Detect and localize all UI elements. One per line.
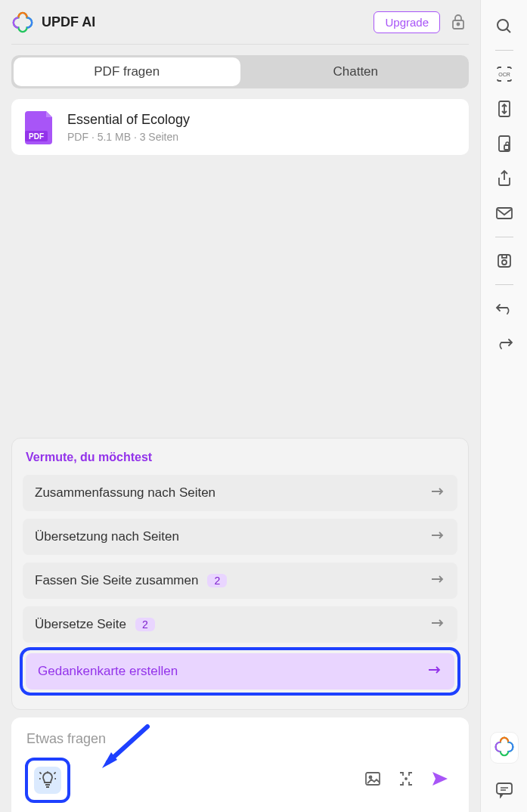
- suggestions-title: Vermute, du möchtest: [23, 451, 457, 464]
- app-title: UPDF AI: [42, 14, 366, 30]
- suggestions-panel: Vermute, du möchtest Zusammenfassung nac…: [11, 438, 469, 710]
- arrow-right-icon: [427, 664, 442, 679]
- svg-rect-16: [497, 783, 512, 794]
- mail-icon[interactable]: [490, 199, 519, 228]
- suggestion-item-mindmap[interactable]: Gedankenkarte erstellen: [26, 653, 454, 690]
- search-icon[interactable]: [490, 12, 519, 41]
- arrow-right-icon: [430, 485, 445, 501]
- svg-point-7: [498, 20, 508, 30]
- suggestion-label: Übersetze Seite: [35, 617, 126, 632]
- suggestion-label: Übersetzung nach Seiten: [35, 529, 179, 544]
- svg-point-1: [457, 23, 460, 26]
- ideas-button[interactable]: [34, 767, 61, 794]
- svg-point-6: [405, 778, 407, 779]
- suggestion-label: Fassen Sie Seite zusammen: [35, 573, 198, 588]
- input-area: Etwas fragen: [11, 717, 469, 812]
- arrow-right-icon: [430, 617, 445, 632]
- ocr-icon[interactable]: OCR: [490, 60, 519, 88]
- tab-chatten[interactable]: Chatten: [243, 55, 470, 88]
- convert-icon[interactable]: [490, 95, 519, 123]
- send-button[interactable]: [431, 770, 449, 790]
- redo-icon[interactable]: [490, 329, 519, 358]
- undo-icon[interactable]: [490, 294, 519, 323]
- crop-icon[interactable]: [398, 770, 414, 790]
- svg-point-5: [370, 776, 372, 779]
- annotation-highlight-box: [25, 758, 70, 803]
- suggestion-label: Gedankenkarte erstellen: [38, 664, 178, 679]
- svg-point-14: [502, 260, 507, 265]
- arrow-right-icon: [430, 529, 445, 544]
- suggestion-item-translate-page[interactable]: Übersetze Seite 2: [23, 606, 457, 643]
- share-icon[interactable]: [490, 164, 519, 193]
- lock-icon[interactable]: [448, 11, 469, 33]
- save-icon[interactable]: [490, 246, 519, 275]
- page-badge: 2: [207, 574, 227, 587]
- svg-text:PDF: PDF: [29, 132, 44, 141]
- svg-rect-11: [504, 145, 509, 150]
- image-icon[interactable]: [364, 771, 381, 789]
- suggestion-item-summarize-page[interactable]: Fassen Sie Seite zusammen 2: [23, 563, 457, 599]
- svg-text:OCR: OCR: [498, 72, 510, 77]
- tab-pdf-fragen[interactable]: PDF fragen: [14, 57, 240, 86]
- chat-icon[interactable]: [490, 776, 519, 804]
- annotation-highlight-box: Gedankenkarte erstellen: [20, 647, 460, 696]
- page-badge: 2: [135, 618, 155, 631]
- svg-rect-12: [497, 208, 512, 218]
- side-toolbar: OCR: [480, 0, 527, 812]
- updf-logo-icon: [11, 11, 34, 33]
- chat-input[interactable]: Etwas fragen: [26, 725, 454, 758]
- mode-tabs: PDF fragen Chatten: [11, 55, 469, 88]
- svg-rect-15: [502, 255, 507, 258]
- file-card[interactable]: PDF Essential of Ecology PDF · 5.1 MB · …: [11, 99, 469, 155]
- protect-icon[interactable]: [490, 129, 519, 158]
- pdf-file-icon: PDF: [25, 110, 55, 144]
- suggestion-item-translate-pages[interactable]: Übersetzung nach Seiten: [23, 519, 457, 555]
- upgrade-button[interactable]: Upgrade: [374, 11, 440, 33]
- file-name: Essential of Ecology: [67, 112, 455, 128]
- arrow-right-icon: [430, 573, 445, 588]
- suggestion-item-summary-pages[interactable]: Zusammenfassung nach Seiten: [23, 475, 457, 511]
- suggestion-label: Zusammenfassung nach Seiten: [35, 485, 215, 501]
- updf-ai-icon[interactable]: [490, 732, 519, 764]
- file-meta: PDF · 5.1 MB · 3 Seiten: [67, 131, 455, 143]
